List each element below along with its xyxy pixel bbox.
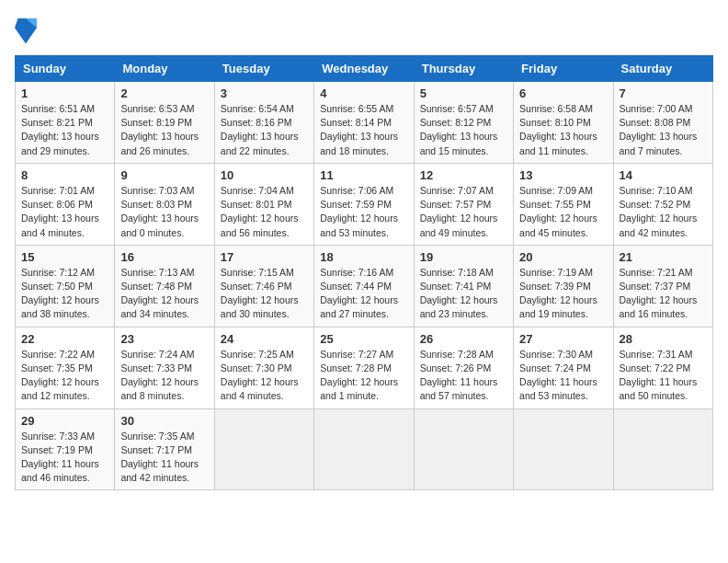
day-info: Sunrise: 7:01 AMSunset: 8:06 PMDaylight:… (21, 184, 108, 240)
calendar-cell: 9 Sunrise: 7:03 AMSunset: 8:03 PMDayligh… (115, 163, 214, 245)
day-info: Sunrise: 7:30 AMSunset: 7:24 PMDaylight:… (519, 348, 607, 404)
col-header-saturday: Saturday (613, 56, 712, 82)
col-header-sunday: Sunday (16, 56, 115, 82)
day-info: Sunrise: 7:35 AMSunset: 7:17 PMDaylight:… (120, 430, 208, 486)
day-info: Sunrise: 7:04 AMSunset: 8:01 PMDaylight:… (221, 184, 308, 240)
logo-icon (15, 15, 37, 44)
calendar-cell: 20 Sunrise: 7:19 AMSunset: 7:39 PMDaylig… (514, 245, 613, 327)
calendar-cell: 26 Sunrise: 7:28 AMSunset: 7:26 PMDaylig… (414, 327, 513, 408)
day-number: 21 (620, 250, 707, 264)
calendar-cell: 15 Sunrise: 7:12 AMSunset: 7:50 PMDaylig… (16, 245, 115, 327)
calendar-cell: 2 Sunrise: 6:53 AMSunset: 8:19 PMDayligh… (115, 82, 214, 164)
day-number: 14 (620, 168, 707, 182)
day-number: 10 (221, 168, 308, 182)
calendar-cell: 5 Sunrise: 6:57 AMSunset: 8:12 PMDayligh… (414, 82, 513, 164)
day-number: 3 (221, 86, 308, 100)
day-number: 5 (420, 86, 507, 100)
calendar-cell (314, 408, 414, 490)
day-number: 28 (620, 332, 707, 346)
day-number: 13 (519, 168, 607, 182)
calendar-week-1: 1 Sunrise: 6:51 AMSunset: 8:21 PMDayligh… (16, 82, 713, 164)
day-info: Sunrise: 7:10 AMSunset: 7:52 PMDaylight:… (620, 184, 707, 240)
day-info: Sunrise: 7:28 AMSunset: 7:26 PMDaylight:… (420, 348, 507, 404)
calendar-cell: 21 Sunrise: 7:21 AMSunset: 7:37 PMDaylig… (613, 245, 712, 327)
col-header-wednesday: Wednesday (314, 56, 414, 82)
day-number: 27 (519, 332, 607, 346)
col-header-tuesday: Tuesday (214, 56, 313, 82)
calendar-cell: 11 Sunrise: 7:06 AMSunset: 7:59 PMDaylig… (314, 163, 414, 245)
day-number: 2 (120, 86, 208, 100)
calendar-week-4: 22 Sunrise: 7:22 AMSunset: 7:35 PMDaylig… (16, 327, 713, 408)
page-header (15, 15, 713, 44)
day-number: 18 (320, 250, 407, 264)
day-info: Sunrise: 7:07 AMSunset: 7:57 PMDaylight:… (420, 184, 507, 240)
calendar-cell: 12 Sunrise: 7:07 AMSunset: 7:57 PMDaylig… (414, 163, 513, 245)
day-info: Sunrise: 7:19 AMSunset: 7:39 PMDaylight:… (519, 266, 607, 322)
calendar-cell: 7 Sunrise: 7:00 AMSunset: 8:08 PMDayligh… (613, 82, 712, 164)
calendar-cell (613, 408, 712, 490)
day-number: 26 (420, 332, 507, 346)
day-info: Sunrise: 7:12 AMSunset: 7:50 PMDaylight:… (21, 266, 108, 322)
day-number: 15 (21, 250, 108, 264)
day-info: Sunrise: 7:03 AMSunset: 8:03 PMDaylight:… (120, 184, 208, 240)
day-info: Sunrise: 7:24 AMSunset: 7:33 PMDaylight:… (120, 348, 208, 404)
calendar-cell: 16 Sunrise: 7:13 AMSunset: 7:48 PMDaylig… (115, 245, 214, 327)
day-info: Sunrise: 7:16 AMSunset: 7:44 PMDaylight:… (320, 266, 407, 322)
day-number: 12 (420, 168, 507, 182)
calendar-cell: 23 Sunrise: 7:24 AMSunset: 7:33 PMDaylig… (115, 327, 214, 408)
day-number: 25 (320, 332, 407, 346)
day-info: Sunrise: 7:27 AMSunset: 7:28 PMDaylight:… (320, 348, 407, 404)
day-number: 9 (120, 168, 208, 182)
day-info: Sunrise: 7:15 AMSunset: 7:46 PMDaylight:… (221, 266, 308, 322)
day-info: Sunrise: 7:18 AMSunset: 7:41 PMDaylight:… (420, 266, 507, 322)
logo (15, 15, 40, 44)
day-info: Sunrise: 7:13 AMSunset: 7:48 PMDaylight:… (120, 266, 208, 322)
day-number: 16 (120, 250, 208, 264)
calendar-cell: 6 Sunrise: 6:58 AMSunset: 8:10 PMDayligh… (514, 82, 613, 164)
day-number: 8 (21, 168, 108, 182)
calendar-cell (514, 408, 613, 490)
calendar-table: SundayMondayTuesdayWednesdayThursdayFrid… (15, 55, 713, 490)
col-header-thursday: Thursday (414, 56, 513, 82)
day-info: Sunrise: 7:31 AMSunset: 7:22 PMDaylight:… (620, 348, 707, 404)
calendar-cell: 8 Sunrise: 7:01 AMSunset: 8:06 PMDayligh… (16, 163, 115, 245)
calendar-cell: 30 Sunrise: 7:35 AMSunset: 7:17 PMDaylig… (115, 408, 214, 490)
calendar-body: 1 Sunrise: 6:51 AMSunset: 8:21 PMDayligh… (16, 82, 713, 490)
day-info: Sunrise: 6:53 AMSunset: 8:19 PMDaylight:… (120, 102, 208, 158)
calendar-header-row: SundayMondayTuesdayWednesdayThursdayFrid… (16, 56, 713, 82)
calendar-cell: 18 Sunrise: 7:16 AMSunset: 7:44 PMDaylig… (314, 245, 414, 327)
day-number: 1 (21, 86, 108, 100)
day-number: 7 (620, 86, 707, 100)
calendar-cell: 17 Sunrise: 7:15 AMSunset: 7:46 PMDaylig… (214, 245, 313, 327)
calendar-cell (414, 408, 513, 490)
calendar-week-2: 8 Sunrise: 7:01 AMSunset: 8:06 PMDayligh… (16, 163, 713, 245)
calendar-cell: 10 Sunrise: 7:04 AMSunset: 8:01 PMDaylig… (214, 163, 313, 245)
day-number: 6 (519, 86, 607, 100)
calendar-cell: 1 Sunrise: 6:51 AMSunset: 8:21 PMDayligh… (16, 82, 115, 164)
day-info: Sunrise: 7:00 AMSunset: 8:08 PMDaylight:… (620, 102, 707, 158)
day-number: 4 (320, 86, 407, 100)
day-info: Sunrise: 7:06 AMSunset: 7:59 PMDaylight:… (320, 184, 407, 240)
calendar-week-5: 29 Sunrise: 7:33 AMSunset: 7:19 PMDaylig… (16, 408, 713, 490)
calendar-cell: 25 Sunrise: 7:27 AMSunset: 7:28 PMDaylig… (314, 327, 414, 408)
day-number: 20 (519, 250, 607, 264)
day-info: Sunrise: 7:22 AMSunset: 7:35 PMDaylight:… (21, 348, 108, 404)
day-info: Sunrise: 7:09 AMSunset: 7:55 PMDaylight:… (519, 184, 607, 240)
day-info: Sunrise: 6:51 AMSunset: 8:21 PMDaylight:… (21, 102, 108, 158)
day-number: 29 (21, 414, 108, 428)
col-header-friday: Friday (514, 56, 613, 82)
calendar-cell: 13 Sunrise: 7:09 AMSunset: 7:55 PMDaylig… (514, 163, 613, 245)
day-number: 19 (420, 250, 507, 264)
day-number: 11 (320, 168, 407, 182)
day-info: Sunrise: 6:57 AMSunset: 8:12 PMDaylight:… (420, 102, 507, 158)
day-number: 22 (21, 332, 108, 346)
day-info: Sunrise: 6:58 AMSunset: 8:10 PMDaylight:… (519, 102, 607, 158)
day-info: Sunrise: 6:55 AMSunset: 8:14 PMDaylight:… (320, 102, 407, 158)
day-info: Sunrise: 7:33 AMSunset: 7:19 PMDaylight:… (21, 430, 108, 486)
day-info: Sunrise: 7:21 AMSunset: 7:37 PMDaylight:… (620, 266, 707, 322)
calendar-week-3: 15 Sunrise: 7:12 AMSunset: 7:50 PMDaylig… (16, 245, 713, 327)
day-info: Sunrise: 7:25 AMSunset: 7:30 PMDaylight:… (221, 348, 308, 404)
calendar-cell (214, 408, 313, 490)
calendar-cell: 29 Sunrise: 7:33 AMSunset: 7:19 PMDaylig… (16, 408, 115, 490)
day-number: 30 (120, 414, 208, 428)
